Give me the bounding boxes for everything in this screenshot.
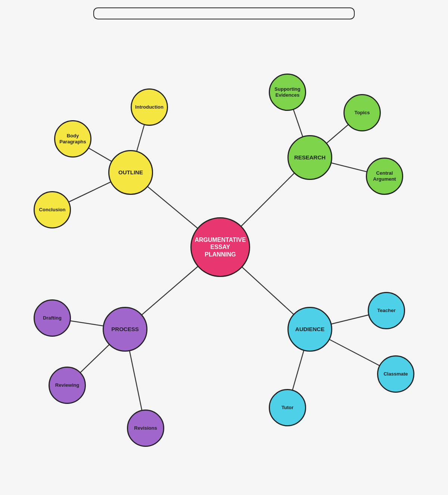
leaf-node-7: Reviewing	[49, 367, 86, 404]
title-box	[93, 7, 355, 19]
hub-node-outline: OUTLINE	[108, 150, 153, 195]
leaf-node-1: BodyParagraphs	[54, 120, 91, 158]
leaf-node-6: Drafting	[34, 299, 71, 337]
leaf-node-10: Classmate	[377, 355, 414, 393]
leaf-node-3: SupportingEvidences	[269, 74, 306, 111]
center-node: ARGUMENTATIVEESSAYPLANNING	[190, 217, 250, 277]
diagram-area: ARGUMENTATIVEESSAYPLANNINGOUTLINERESEARC…	[19, 27, 429, 475]
leaf-node-2: Conclusion	[34, 191, 71, 228]
hub-node-audience: AUDIENCE	[287, 307, 332, 352]
leaf-node-0: Introduction	[131, 88, 168, 126]
leaf-node-8: Revisions	[127, 410, 164, 447]
leaf-node-4: Topics	[343, 94, 381, 131]
leaf-node-11: Tutor	[269, 389, 306, 426]
hub-node-process: PROCESS	[103, 307, 147, 352]
leaf-node-9: Teacher	[368, 292, 405, 329]
leaf-node-5: CentralArgument	[366, 158, 403, 195]
hub-node-research: RESEARCH	[287, 135, 332, 180]
